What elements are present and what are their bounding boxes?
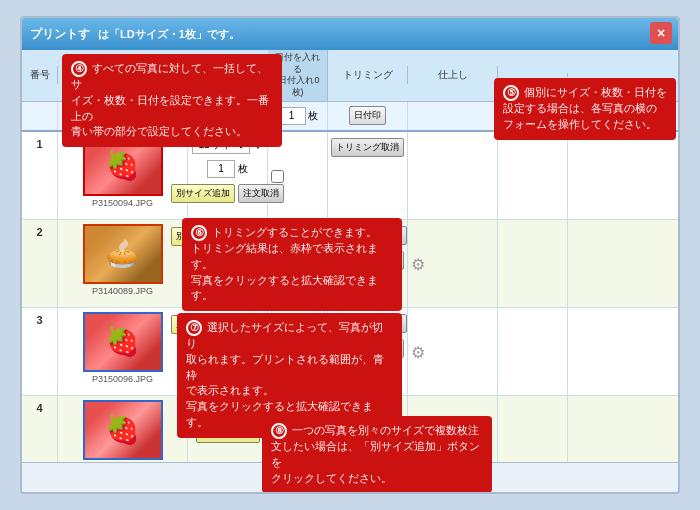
row2-photo-thumb[interactable]: 🥧 [83,224,163,284]
col-finish: 仕上し [408,66,498,84]
tooltip5-text: 個別にサイズ・枚数・日付を設定する場合は、各写真の横のフォームを操作してください… [503,86,667,130]
header-title: プリントす [30,26,90,43]
tooltip8-text: 一つの写真を別々のサイズで複数枚注文したい場合は、「別サイズ追加」ボタンをクリッ… [271,424,480,484]
row3-gear-icon: ⚙ [411,343,425,362]
row1-trim-cancel-button[interactable]: トリミング取消 [331,138,404,157]
row1-filename: P3150094.JPG [92,198,153,208]
row3-extra-cell [498,308,568,395]
row4-num: 4 [22,396,58,462]
header-title-suffix: は「LDサイズ・1枚」です。 [98,27,240,42]
tooltip4-text: すべての写真に対して、一括して、サイズ・枚数・日付を設定できます。一番上の青い帯… [71,62,269,137]
bulk-date-cell: 日付印 [328,102,408,130]
tooltip7-text: 選択したサイズによって、写真が切り取られます。プリントされる範囲が、青枠で表示さ… [186,321,384,428]
tooltip-4: ④ すべての写真に対して、一括して、サイズ・枚数・日付を設定できます。一番上の青… [62,54,282,147]
row1-extra-cell [498,132,568,219]
row1-finish-cell [408,132,498,219]
tooltip-5: ⑤ 個別にサイズ・枚数・日付を設定する場合は、各写真の横のフォームを操作してくだ… [494,78,676,140]
row3-finish-cell: ⚙ [408,308,498,395]
row1-qty-input[interactable] [207,160,235,178]
row1-date-checkbox[interactable] [271,170,284,183]
tooltip7-num: ⑦ [186,320,202,336]
row4-cake-icon: 🍓 [85,402,161,458]
tooltip-8: ⑧ 一つの写真を別々のサイズで複数枚注文したい場合は、「別サイズ追加」ボタンをク… [262,416,492,493]
bulk-trim-cell [408,102,498,130]
tooltip-6: ⑥ トリミングすることができます。トリミング結果は、赤枠で表示されます。写真をク… [182,218,402,311]
col-num: 番号 [22,66,58,84]
tooltip6-num: ⑥ [191,225,207,241]
row2-extra-cell [498,220,568,307]
row2-cake-icon: 🥧 [85,226,161,282]
row1-add-size-button[interactable]: 別サイズ追加 [171,184,235,203]
row4-photo-thumb[interactable]: 🍓 [83,400,163,460]
row2-num: 2 [22,220,58,307]
bulk-date-button[interactable]: 日付印 [349,106,386,125]
tooltip6-text: トリミングすることができます。トリミング結果は、赤枠で表示されます。写真をクリッ… [191,226,378,301]
row1-trim-cell: トリミング取消 [328,132,408,219]
row3-num: 3 [22,308,58,395]
row4-extra-cell [498,396,568,462]
row3-photo-thumb[interactable]: 🍓 [83,312,163,372]
row3-photo-cell: 🍓 P3150096.JPG [58,308,188,395]
row3-filename: P3150096.JPG [92,374,153,384]
row1-num: 1 [22,132,58,219]
bulk-qty-unit: 枚 [308,109,318,123]
row2-photo-cell: 🥧 P3140089.JPG [58,220,188,307]
header-bar: プリントす は「LDサイズ・1枚」です。 × [22,18,678,50]
bulk-num-cell [22,102,58,130]
tooltip4-num: ④ [71,61,87,77]
row2-filename: P3140089.JPG [92,286,153,296]
close-button[interactable]: × [650,22,672,44]
main-container: プリントす は「LDサイズ・1枚」です。 × 番号 クリックで拡大 日付を入れる… [20,16,680,494]
tooltip5-num: ⑤ [503,85,519,101]
tooltip8-num: ⑧ [271,423,287,439]
row2-finish-cell: ⚙ [408,220,498,307]
row3-cake-icon: 🍓 [85,314,161,370]
col-trim: トリミング [328,66,408,84]
row2-gear-icon: ⚙ [411,255,425,274]
col-extra [498,73,568,77]
row4-photo-cell: 🍓 P3150095.JPG [58,396,188,462]
